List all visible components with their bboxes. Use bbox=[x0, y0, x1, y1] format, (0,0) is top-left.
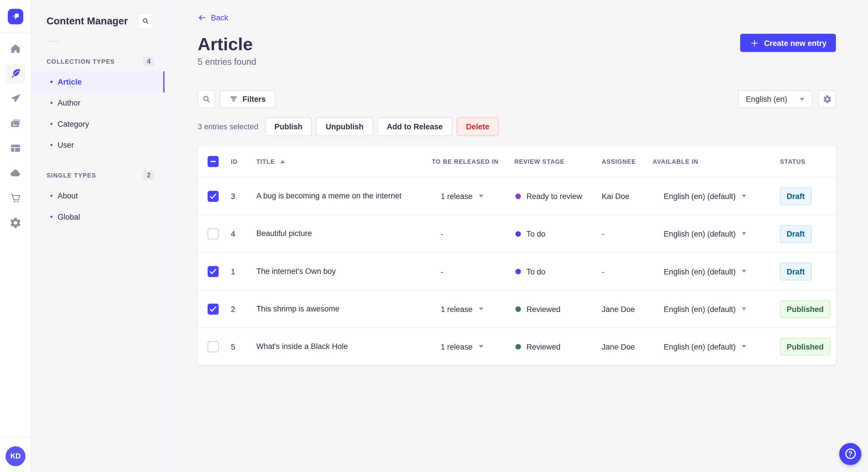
nav-content-manager-button[interactable] bbox=[5, 64, 25, 83]
bullet-icon bbox=[50, 81, 53, 83]
sidebar-title: Content Manager bbox=[46, 15, 128, 27]
sidebar-item-global[interactable]: Global bbox=[32, 206, 164, 227]
cell-locale: English (en) (default) bbox=[653, 305, 780, 313]
column-header-id[interactable]: ID bbox=[231, 158, 256, 165]
nav-releases-button[interactable] bbox=[5, 89, 25, 108]
table-row[interactable]: 4 Beautiful picture - To do - English (e… bbox=[197, 215, 836, 252]
cell-locale: English (en) (default) bbox=[653, 229, 780, 238]
cell-review-stage: To do bbox=[515, 229, 602, 238]
sidebar-item-user[interactable]: User bbox=[32, 134, 164, 156]
user-avatar[interactable]: KD bbox=[5, 446, 25, 466]
table-header-row: ID TITLE TO BE RELEASED IN REVIEW STAGE … bbox=[197, 146, 836, 177]
chevron-down-icon[interactable] bbox=[478, 307, 484, 311]
column-header-status[interactable]: STATUS bbox=[780, 158, 836, 165]
entries-count-subtitle: 5 entries found bbox=[197, 57, 836, 67]
chevron-down-icon[interactable] bbox=[741, 307, 747, 311]
sidebar-item-label: About bbox=[58, 191, 78, 200]
stage-dot bbox=[515, 344, 521, 349]
entries-table: ID TITLE TO BE RELEASED IN REVIEW STAGE … bbox=[197, 146, 836, 365]
status-badge: Draft bbox=[780, 262, 811, 280]
row-checkbox[interactable] bbox=[208, 303, 219, 314]
cell-assignee: - bbox=[601, 267, 652, 276]
logo-area bbox=[0, 0, 31, 33]
cell-assignee: Jane Doe bbox=[601, 305, 652, 313]
chevron-down-icon[interactable] bbox=[478, 344, 484, 348]
content-manager-sidebar: Content Manager COLLECTION TYPES 4 Artic… bbox=[32, 0, 165, 472]
sidebar-item-about[interactable]: About bbox=[32, 185, 164, 206]
column-header-release[interactable]: TO BE RELEASED IN bbox=[432, 158, 514, 165]
row-checkbox[interactable] bbox=[208, 191, 219, 202]
gear-icon bbox=[9, 217, 22, 229]
strapi-logo[interactable] bbox=[8, 9, 23, 24]
nav-media-library-button[interactable] bbox=[5, 113, 25, 133]
nav-deploy-button[interactable] bbox=[5, 163, 25, 183]
column-header-assignee[interactable]: ASSIGNEE bbox=[601, 158, 652, 165]
question-mark-icon: ? bbox=[845, 448, 856, 459]
publish-button[interactable]: Publish bbox=[265, 117, 312, 136]
delete-button[interactable]: Delete bbox=[457, 117, 499, 136]
search-button[interactable] bbox=[197, 90, 215, 108]
bullet-icon bbox=[50, 195, 53, 197]
chevron-down-icon[interactable] bbox=[741, 269, 747, 273]
chevron-down-icon[interactable] bbox=[741, 344, 747, 348]
locale-value: English (en) (default) bbox=[663, 342, 736, 351]
plus-icon bbox=[750, 38, 760, 48]
sidebar-item-label: Global bbox=[58, 212, 80, 222]
back-link[interactable]: Back bbox=[197, 13, 228, 22]
table-row[interactable]: 3 A bug is becoming a meme on the intern… bbox=[197, 177, 836, 215]
cell-review-stage: To do bbox=[515, 267, 602, 276]
column-header-available-in[interactable]: AVAILABLE IN bbox=[653, 158, 780, 165]
home-icon bbox=[9, 42, 22, 55]
chevron-down-icon[interactable] bbox=[478, 194, 484, 198]
nav-marketplace-button[interactable] bbox=[5, 188, 25, 208]
cell-id: 5 bbox=[231, 342, 256, 351]
cell-release: 1 release bbox=[432, 305, 514, 313]
chevron-down-icon[interactable] bbox=[741, 232, 747, 236]
stage-label: Reviewed bbox=[526, 342, 561, 351]
layout-icon bbox=[9, 142, 22, 154]
create-new-entry-button[interactable]: Create new entry bbox=[740, 34, 836, 52]
nav-settings-button[interactable] bbox=[5, 213, 25, 233]
stage-label: To do bbox=[526, 267, 546, 276]
row-checkbox[interactable] bbox=[208, 266, 219, 277]
status-badge: Draft bbox=[780, 187, 811, 205]
column-header-review-stage[interactable]: REVIEW STAGE bbox=[515, 158, 602, 165]
rail-icon-nav bbox=[5, 39, 25, 233]
cell-id: 1 bbox=[231, 267, 256, 276]
indeterminate-dash-icon bbox=[208, 156, 218, 167]
release-value: - bbox=[441, 267, 443, 276]
unpublish-button[interactable]: Unpublish bbox=[316, 117, 373, 136]
sidebar-item-article[interactable]: Article bbox=[32, 71, 164, 92]
filters-button[interactable]: Filters bbox=[220, 90, 275, 108]
locale-select[interactable]: English (en) bbox=[738, 90, 813, 108]
sidebar-item-category[interactable]: Category bbox=[32, 113, 164, 134]
rail-bottom: KD bbox=[0, 437, 31, 472]
sidebar-item-author[interactable]: Author bbox=[32, 92, 164, 113]
stage-label: To do bbox=[526, 229, 546, 238]
cell-title: A bug is becoming a meme on the internet bbox=[256, 177, 432, 214]
row-checkbox[interactable] bbox=[208, 228, 219, 239]
chevron-down-icon bbox=[799, 97, 805, 101]
cell-id: 2 bbox=[231, 305, 256, 313]
chevron-down-icon[interactable] bbox=[741, 194, 747, 198]
help-button[interactable]: ? bbox=[839, 443, 861, 465]
row-checkbox[interactable] bbox=[208, 341, 219, 352]
select-all-checkbox[interactable] bbox=[208, 156, 219, 167]
cell-title: This shrimp is awesome bbox=[256, 290, 432, 327]
sort-ascending-icon bbox=[279, 159, 285, 164]
view-settings-button[interactable] bbox=[818, 90, 836, 108]
bullet-icon bbox=[50, 216, 53, 218]
filter-icon bbox=[229, 95, 238, 103]
column-header-title[interactable]: TITLE bbox=[256, 158, 432, 165]
add-to-release-button[interactable]: Add to Release bbox=[377, 117, 453, 136]
table-row[interactable]: 5 What's inside a Black Hole 1 release R… bbox=[197, 328, 836, 365]
app: KD Content Manager COLLECTION TYPES 4 Ar… bbox=[0, 0, 868, 472]
table-row[interactable]: 1 The internet's Own boy - To do - Engli… bbox=[197, 252, 836, 290]
gear-icon bbox=[823, 94, 832, 104]
sidebar-search-button[interactable] bbox=[138, 13, 153, 29]
nav-home-button[interactable] bbox=[5, 39, 25, 59]
table-row[interactable]: 2 This shrimp is awesome 1 release Revie… bbox=[197, 290, 836, 328]
cell-locale: English (en) (default) bbox=[653, 342, 780, 351]
checkmark-icon bbox=[208, 266, 218, 277]
nav-content-type-builder-button[interactable] bbox=[5, 138, 25, 158]
